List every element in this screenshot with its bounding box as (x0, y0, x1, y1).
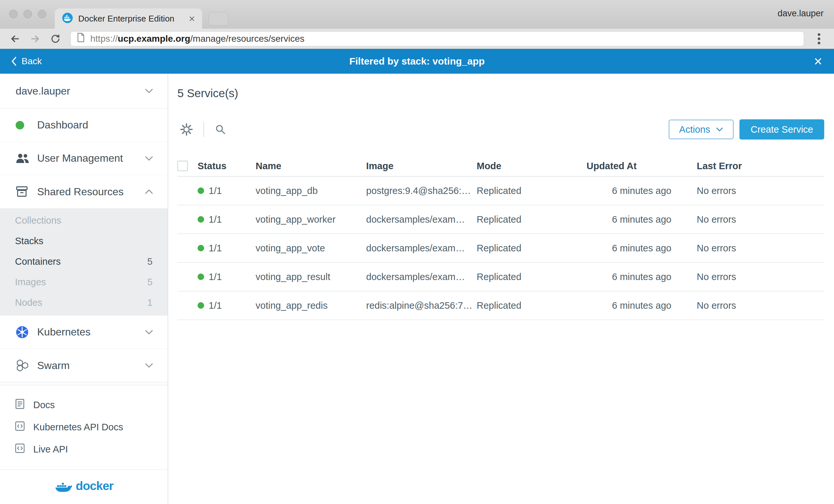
sidebar-item-docs[interactable]: Docs (0, 394, 168, 416)
submenu-count: 5 (147, 256, 153, 267)
cell-name: voting_app_result (256, 271, 366, 282)
chevron-down-icon (145, 88, 153, 93)
page-icon (76, 32, 85, 45)
sidebar-item-label: User Management (37, 152, 145, 164)
window-close-button[interactable] (9, 10, 18, 18)
page-title: 5 Service(s) (177, 87, 824, 100)
status-dot-icon (198, 302, 204, 309)
window-controls (9, 10, 46, 18)
cell-updated-at: 6 minutes ago (587, 214, 697, 225)
refresh-icon[interactable] (47, 31, 64, 47)
docker-logo-text: docker (75, 479, 113, 493)
browser-tab[interactable]: Docker Enterprise Edition × (55, 8, 202, 29)
create-service-button[interactable]: Create Service (740, 119, 824, 139)
cell-mode: Replicated (477, 243, 587, 254)
api-docs-icon (15, 421, 25, 433)
submenu-label: Images (15, 277, 46, 287)
sidebar-item-user-management[interactable]: User Management (0, 142, 168, 175)
table-row[interactable]: 1/1 voting_app_vote dockersamples/exam… … (177, 234, 824, 263)
cell-image: postgres:9.4@sha256:… (366, 185, 477, 196)
submenu-label: Stacks (15, 236, 43, 246)
search-icon[interactable] (212, 124, 229, 135)
tab-close-icon[interactable]: × (189, 13, 195, 24)
window-minimize-button[interactable] (23, 10, 32, 18)
cell-image: redis:alpine@sha256:7… (366, 300, 477, 311)
submenu-count: 5 (147, 277, 153, 287)
sidebar-item-images[interactable]: Images 5 (0, 272, 168, 292)
column-header-name: Name (256, 161, 366, 172)
cell-last-error: No errors (697, 243, 824, 254)
filter-banner: Back Filtered by stack: voting_app × (0, 49, 834, 74)
cell-image: dockersamples/exam… (366, 271, 477, 282)
cell-last-error: No errors (697, 214, 824, 225)
column-header-mode: Mode (477, 161, 587, 172)
docker-logo: docker (0, 470, 168, 502)
sidebar-item-collections[interactable]: Collections (0, 210, 168, 231)
sidebar-item-live-api[interactable]: Live API (0, 438, 168, 460)
forward-nav-icon[interactable] (27, 31, 44, 47)
cell-status: 1/1 (208, 185, 222, 196)
submenu-label: Nodes (15, 297, 42, 308)
url-scheme: https:// (90, 34, 118, 44)
address-bar[interactable]: https://ucp.example.org/manage/resources… (70, 31, 804, 46)
filter-banner-title: Filtered by stack: voting_app (349, 56, 484, 67)
sidebar-item-label: Dashboard (37, 119, 153, 131)
account-name: dave.lauper (16, 85, 70, 97)
toolbar: Actions Create Service (177, 119, 824, 139)
browser-menu-icon[interactable] (811, 31, 828, 47)
cell-mode: Replicated (477, 185, 587, 196)
live-api-icon (15, 443, 25, 455)
swarm-icon (16, 359, 37, 372)
cell-name: voting_app_worker (256, 214, 366, 225)
back-nav-icon[interactable] (6, 31, 23, 47)
sidebar-item-label: Shared Resources (37, 186, 145, 198)
sidebar-item-kubernetes-api-docs[interactable]: Kubernetes API Docs (0, 416, 168, 438)
docker-favicon-icon (62, 13, 73, 25)
chevron-down-icon (145, 363, 153, 368)
sidebar-item-containers[interactable]: Containers 5 (0, 251, 168, 272)
actions-button[interactable]: Actions (669, 119, 733, 139)
shared-resources-submenu: Collections Stacks Containers 5 Images 5… (0, 208, 168, 315)
settings-gear-icon[interactable] (177, 123, 196, 136)
url-host: ucp.example.org (118, 34, 191, 44)
sidebar-section-divider (0, 382, 168, 385)
new-tab-button[interactable] (208, 12, 228, 25)
window-zoom-button[interactable] (38, 10, 46, 18)
sidebar-item-dashboard[interactable]: Dashboard (0, 109, 168, 142)
sidebar-item-swarm[interactable]: Swarm (0, 349, 168, 382)
back-button[interactable]: Back (11, 56, 42, 66)
cell-last-error: No errors (697, 300, 824, 311)
column-header-status: Status (198, 161, 256, 172)
column-header-updated-at: Updated At (587, 161, 697, 172)
cell-name: voting_app_redis (256, 300, 366, 311)
docker-whale-icon (54, 479, 73, 493)
table-row[interactable]: 1/1 voting_app_redis redis:alpine@sha256… (177, 291, 824, 320)
table-row[interactable]: 1/1 voting_app_result dockersamples/exam… (177, 263, 824, 291)
cell-image: dockersamples/exam… (366, 243, 477, 254)
cell-mode: Replicated (477, 300, 587, 311)
footer-link-label: Live API (33, 444, 68, 455)
sidebar-item-nodes[interactable]: Nodes 1 (0, 292, 168, 313)
docs-icon (15, 398, 25, 412)
cell-mode: Replicated (477, 271, 587, 282)
chrome-user-label: dave.lauper (777, 8, 824, 19)
select-all-checkbox[interactable] (177, 161, 188, 171)
sidebar-item-kubernetes[interactable]: Kubernetes (0, 315, 168, 349)
users-icon (16, 153, 37, 164)
back-button-label: Back (22, 56, 42, 66)
sidebar-item-shared-resources[interactable]: Shared Resources (0, 175, 168, 208)
cell-status: 1/1 (208, 271, 222, 282)
sidebar-item-stacks[interactable]: Stacks (0, 231, 168, 251)
footer-link-label: Kubernetes API Docs (33, 422, 123, 433)
sidebar-item-label: Kubernetes (37, 326, 145, 338)
table-row[interactable]: 1/1 voting_app_db postgres:9.4@sha256:… … (177, 177, 824, 205)
account-menu[interactable]: dave.lauper (0, 74, 168, 109)
dashboard-icon (16, 121, 37, 129)
main-content: 5 Service(s) (168, 74, 834, 504)
cell-name: voting_app_vote (256, 243, 366, 254)
table-row[interactable]: 1/1 voting_app_worker dockersamples/exam… (177, 205, 824, 234)
browser-chrome: Docker Enterprise Edition × dave.lauper (0, 0, 834, 49)
sidebar-footer-links: Docs Kubernetes API Docs (0, 385, 168, 460)
cell-last-error: No errors (697, 271, 824, 282)
banner-close-icon[interactable]: × (814, 56, 822, 67)
